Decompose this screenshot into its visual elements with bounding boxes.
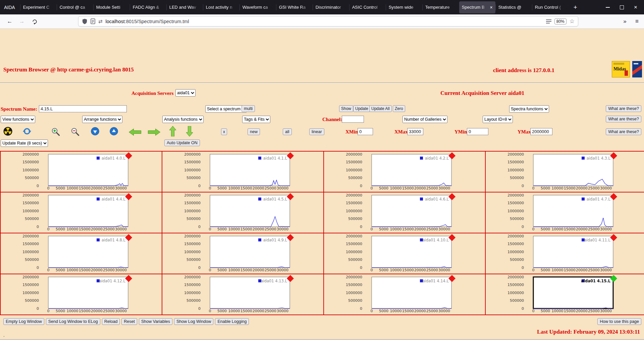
menu-icon[interactable]: ≡	[632, 17, 642, 26]
analysis-functions-dropdown[interactable]: Analysis functions	[162, 116, 204, 123]
spectrum-name-input[interactable]	[39, 105, 127, 112]
browser-tab-active[interactable]: Spectrum B×	[459, 1, 495, 13]
maximize-icon[interactable]	[620, 5, 624, 9]
tab-close-icon[interactable]: ×	[490, 5, 493, 10]
spectrum-cell[interactable]: 2000000150000010000005000000050001000015…	[0, 233, 162, 274]
spectrum-cell[interactable]: 2000000150000010000005000000050001000015…	[162, 192, 324, 233]
what-are-these-button-2[interactable]: What are these?	[606, 116, 641, 122]
circle-arrow-down-icon[interactable]	[91, 127, 99, 135]
svg-text:0: 0	[522, 184, 524, 188]
reload-button[interactable]	[30, 17, 40, 26]
forward-button[interactable]: →	[17, 17, 27, 26]
spectrum-cell[interactable]: 2000000150000010000005000000050001000015…	[0, 274, 162, 315]
browser-tab[interactable]: Run Control (	[532, 1, 569, 13]
arrow-right-icon[interactable]	[148, 128, 160, 136]
layout-id-dropdown[interactable]: Layout ID=8	[483, 116, 513, 123]
arrow-left-icon[interactable]	[129, 128, 141, 136]
browser-tab[interactable]: ASIC Control	[350, 1, 386, 13]
url-bar[interactable]: ⇄ localhost:8015/Spectrum/Spectrum.tml 8…	[78, 16, 578, 26]
linear-button[interactable]: linear	[309, 128, 324, 135]
reset-button[interactable]: Reset	[121, 318, 137, 325]
x-button[interactable]: x	[221, 128, 227, 135]
browser-tab[interactable]: Lost activity n	[203, 1, 239, 13]
minimize-icon[interactable]	[606, 7, 610, 8]
acquisition-server-select[interactable]: aida01	[175, 89, 196, 97]
spectrum-cell[interactable]: 2000000150000010000005000000050001000015…	[324, 151, 485, 192]
spectrum-cell[interactable]: 2000000150000010000005000000050001000015…	[0, 151, 162, 192]
channel-input[interactable]	[342, 116, 364, 123]
permissions-icon[interactable]: ⇄	[98, 18, 103, 24]
select-spectrum-dropdown[interactable]: Select a spectrum	[205, 105, 247, 113]
browser-tab[interactable]: FADC Align &	[130, 1, 166, 13]
svg-text:1000000: 1000000	[346, 291, 362, 295]
browser-tab[interactable]: Discriminator	[313, 1, 349, 13]
bookmark-star-icon[interactable]: ☆	[570, 18, 575, 25]
shield-icon[interactable]	[82, 18, 88, 24]
browser-tab[interactable]: Control @ ca	[57, 1, 93, 13]
zero-button[interactable]: Zero	[393, 105, 405, 112]
view-functions-dropdown[interactable]: View functions	[1, 116, 35, 123]
number-of-galleries-dropdown[interactable]: Number of Galleries	[402, 116, 447, 123]
browser-tab[interactable]: Statistics @	[496, 1, 532, 13]
spectrum-cell[interactable]: 2000000150000010000005000000050001000015…	[162, 233, 324, 274]
zoom-level-button[interactable]: 80%	[554, 18, 567, 24]
spectrum-cell[interactable]: 2000000150000010000005000000050001000015…	[162, 151, 324, 192]
multi-button[interactable]: multi	[241, 105, 255, 112]
how-to-use-button[interactable]: How to use this page	[597, 318, 641, 325]
auto-update-button[interactable]: Auto Update ON	[164, 139, 200, 146]
show-variables-button[interactable]: Show Variables	[139, 318, 172, 325]
xmin-input[interactable]	[358, 128, 373, 135]
spectrum-cell[interactable]: 2000000150000010000005000000050001000015…	[162, 274, 324, 315]
zoom-out-icon[interactable]	[70, 127, 80, 136]
tab-title: Lost activity n	[206, 5, 237, 10]
new-tab-button[interactable]: +	[571, 4, 580, 11]
browser-tab[interactable]: Experiment C	[20, 1, 57, 13]
svg-text:0: 0	[209, 186, 211, 190]
spectrum-cell[interactable]: 2000000150000010000005000000050001000015…	[0, 192, 162, 233]
spectrum-cell[interactable]: 2000000150000010000005000000050001000015…	[485, 192, 644, 233]
reload-page-button[interactable]: Reload	[102, 318, 120, 325]
reader-view-icon[interactable]	[546, 19, 551, 24]
arrow-down-icon[interactable]	[186, 126, 193, 136]
spectrum-cell[interactable]: 2000000150000010000005000000050001000015…	[324, 192, 485, 233]
empty-log-window-button[interactable]: Empty Log Window	[3, 318, 44, 325]
what-are-these-button-3[interactable]: What are these?	[606, 128, 641, 135]
spectrum-cell[interactable]: 2000000150000010000005000000050001000015…	[324, 274, 485, 315]
circle-arrow-up-icon[interactable]	[110, 127, 118, 135]
back-button[interactable]: ←	[5, 17, 15, 26]
show-log-window-button[interactable]: Show Log Window	[174, 318, 214, 325]
browser-tab[interactable]: LED and Wav	[167, 1, 203, 13]
spectrum-cell[interactable]: 2000000150000010000005000000050001000015…	[485, 151, 644, 192]
spectrum-cell[interactable]: 2000000150000010000005000000050001000015…	[324, 233, 485, 274]
browser-tab[interactable]: System wide	[386, 1, 422, 13]
refresh-icon[interactable]	[22, 127, 32, 136]
what-are-these-button-1[interactable]: What are these?	[606, 105, 641, 112]
ymax-input[interactable]	[530, 128, 552, 135]
all-button[interactable]: all	[283, 128, 292, 135]
browser-tab[interactable]: Waveform ca	[240, 1, 276, 13]
browser-tab[interactable]: Module Setti	[94, 1, 130, 13]
svg-text:500000: 500000	[510, 298, 524, 303]
update-button[interactable]: Update	[353, 105, 370, 112]
radiation-icon[interactable]	[3, 127, 12, 136]
spectrum-cell[interactable]: 2000000150000010000005000000050001000015…	[485, 233, 644, 274]
close-icon[interactable]: ×	[634, 4, 637, 10]
browser-tab[interactable]: GSI White Ra	[276, 1, 313, 13]
ymin-input[interactable]	[467, 128, 488, 135]
arrange-functions-dropdown[interactable]: Arrange functions	[82, 116, 122, 123]
tags-fits-dropdown[interactable]: Tags & Fits	[242, 116, 270, 123]
enable-logging-button[interactable]: Enable Logging	[215, 318, 249, 325]
spectrum-cell[interactable]: 2000000150000010000005000000050001000015…	[485, 274, 644, 315]
show-button[interactable]: Show	[339, 105, 353, 112]
browser-tab[interactable]: Temperature	[423, 1, 459, 13]
update-rate-dropdown[interactable]: Update Rate (8 secs)	[1, 139, 48, 147]
send-log-to-elog-button[interactable]: Send Log Window to ELog	[46, 318, 100, 325]
page-info-icon[interactable]	[91, 18, 95, 24]
overflow-icon[interactable]: »	[620, 17, 630, 26]
arrow-up-icon[interactable]	[169, 126, 176, 136]
xmax-input[interactable]	[407, 128, 423, 135]
spectra-functions-dropdown[interactable]: Spectra functions	[509, 105, 549, 113]
zoom-in-icon[interactable]	[51, 127, 60, 136]
update-all-button[interactable]: Update All	[369, 105, 392, 112]
new-button[interactable]: new	[248, 128, 260, 135]
